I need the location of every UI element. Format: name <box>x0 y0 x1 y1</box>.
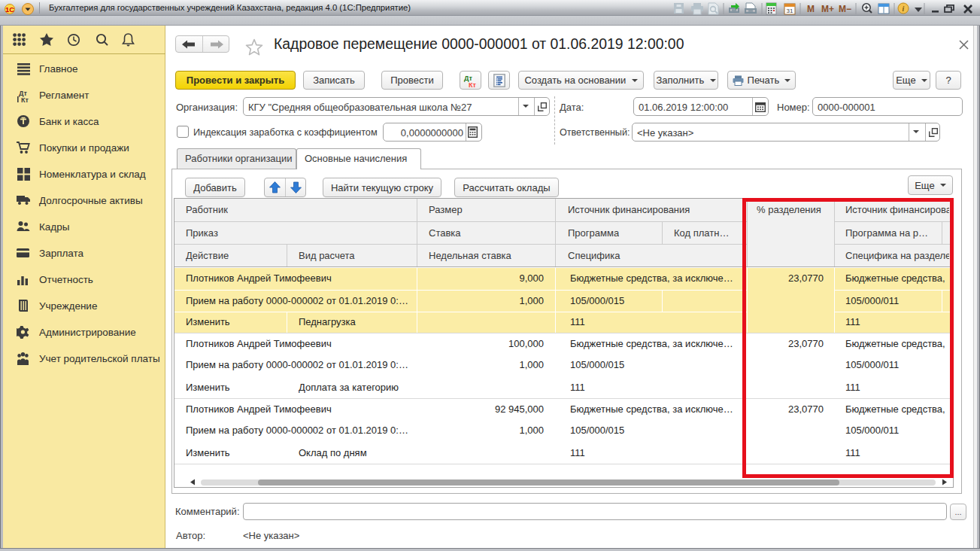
svg-text:M: M <box>807 4 815 14</box>
svg-text:31: 31 <box>787 8 793 14</box>
svg-text:M−: M− <box>839 4 851 14</box>
svg-text:Кт: Кт <box>21 96 29 104</box>
svg-text:i: i <box>903 5 905 13</box>
svg-text:M+: M+ <box>821 4 834 14</box>
svg-text:Кт: Кт <box>469 81 476 88</box>
svg-text:1С: 1С <box>5 5 14 14</box>
svg-text:Дт: Дт <box>464 75 472 82</box>
